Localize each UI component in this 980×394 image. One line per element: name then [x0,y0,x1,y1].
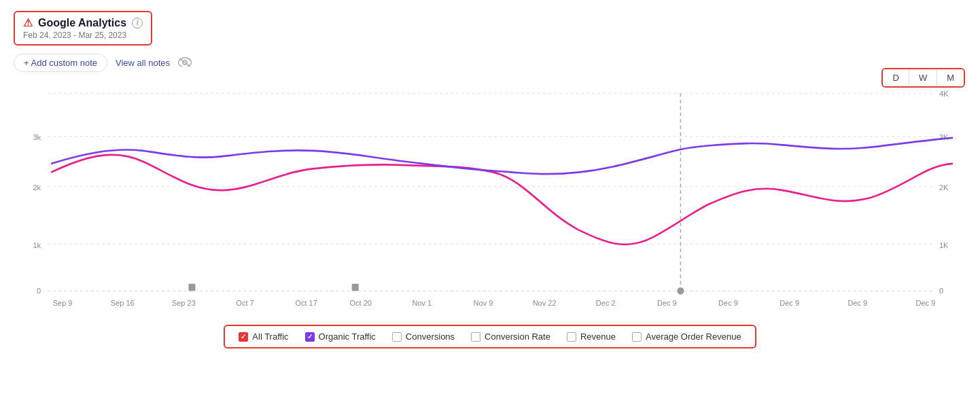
conversion-rate-label: Conversion Rate [485,332,550,342]
all-traffic-checkbox[interactable]: ✓ [239,332,248,342]
conversions-checkbox[interactable] [392,332,402,342]
svg-rect-19 [352,284,359,291]
legend-all-traffic[interactable]: ✓ All Traffic [239,332,288,342]
svg-line-1 [179,58,190,67]
svg-text:2k: 2k [33,183,41,192]
legend-conversion-rate[interactable]: Conversion Rate [471,332,550,342]
svg-text:Sep 9: Sep 9 [53,298,73,306]
conversion-rate-checkbox[interactable] [471,332,480,342]
view-all-notes-button[interactable]: View all notes [116,58,170,68]
svg-rect-18 [188,284,195,291]
chart-area: 0 1k 2k 3k 0 1K 2K 3K 4K Sep 9 Sep 16 Se… [14,79,966,323]
check-mark: ✓ [241,334,246,340]
legend-revenue[interactable]: Revenue [567,332,616,342]
svg-text:1k: 1k [33,241,41,249]
all-traffic-label: All Traffic [252,332,288,342]
organic-traffic-checkbox[interactable]: ✓ [305,332,315,342]
svg-text:Sep 23: Sep 23 [172,298,196,306]
avg-order-revenue-checkbox[interactable] [632,332,642,342]
svg-text:2K: 2K [939,183,949,192]
svg-text:Dec 9: Dec 9 [780,298,799,306]
hide-icon[interactable] [178,57,192,69]
svg-text:Dec 9: Dec 9 [657,298,677,306]
svg-text:3k: 3k [33,133,41,141]
svg-text:0: 0 [939,286,943,294]
avg-order-revenue-label: Average Order Revenue [646,332,741,342]
header-title: ⚠ Google Analytics i [23,16,143,29]
svg-point-17 [677,287,684,295]
toolbar: + Add custom note View all notes [14,54,966,72]
svg-text:Dec 9: Dec 9 [847,298,867,306]
header-box: ⚠ Google Analytics i Feb 24, 2023 - Mar … [14,11,152,46]
date-range: Feb 24, 2023 - Mar 25, 2023 [23,31,143,40]
svg-text:Oct 20: Oct 20 [350,298,372,306]
chart-svg: 0 1k 2k 3k 0 1K 2K 3K 4K Sep 9 Sep 16 Se… [14,79,966,323]
legend-conversions[interactable]: Conversions [392,332,455,342]
alert-icon: ⚠ [23,16,33,29]
info-icon[interactable]: i [132,18,143,29]
check-mark-2: ✓ [307,334,313,340]
svg-text:Dec 9: Dec 9 [718,298,738,306]
svg-text:0: 0 [37,286,41,294]
svg-text:Oct 7: Oct 7 [236,298,253,306]
legend-avg-order-revenue[interactable]: Average Order Revenue [632,332,741,342]
svg-text:Dec 2: Dec 2 [596,298,616,306]
revenue-label: Revenue [580,332,616,342]
svg-text:Nov 22: Nov 22 [533,298,557,306]
svg-text:Nov 9: Nov 9 [474,298,493,306]
add-note-button[interactable]: + Add custom note [14,54,107,72]
legend-box: ✓ All Traffic ✓ Organic Traffic Conversi… [224,325,756,348]
svg-text:Sep 16: Sep 16 [111,298,135,306]
svg-text:Nov 1: Nov 1 [412,298,432,306]
revenue-checkbox[interactable] [567,332,576,342]
view-all-label: View all notes [116,58,170,68]
main-container: ⚠ Google Analytics i Feb 24, 2023 - Mar … [0,0,980,394]
svg-text:Dec 9: Dec 9 [916,298,936,306]
svg-text:3K: 3K [939,133,949,141]
svg-text:Oct 17: Oct 17 [295,298,317,306]
legend-organic-traffic[interactable]: ✓ Organic Traffic [305,332,376,342]
svg-text:4K: 4K [939,90,949,98]
svg-text:1K: 1K [939,241,949,249]
add-note-label: + Add custom note [24,58,97,68]
app-title: Google Analytics [38,17,126,29]
conversions-label: Conversions [406,332,455,342]
organic-traffic-label: Organic Traffic [319,332,376,342]
